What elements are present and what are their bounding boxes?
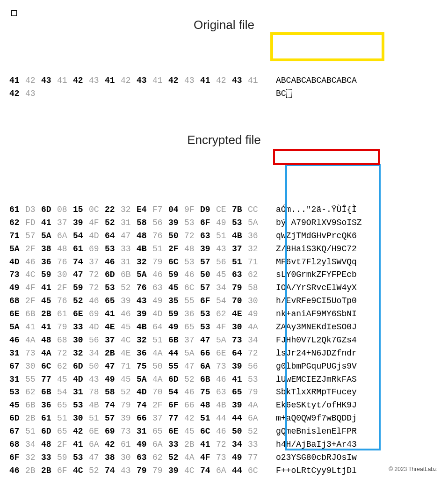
hex-byte: 55: [25, 373, 41, 386]
hex-byte: 4F: [216, 321, 232, 334]
hex-byte: 33: [248, 438, 264, 451]
hex-byte: 41: [9, 74, 25, 87]
hex-byte: 37: [105, 334, 121, 347]
hex-byte: 41: [25, 321, 41, 334]
hex-byte: 50: [200, 269, 216, 282]
hex-byte: 71: [9, 230, 25, 243]
hex-byte: 6C: [248, 464, 264, 478]
hex-byte: 2B: [184, 438, 200, 451]
hex-byte: 53: [9, 386, 25, 399]
hex-byte: 42: [168, 74, 184, 87]
hex-byte: 45: [121, 321, 137, 334]
hex-byte: 52: [248, 425, 264, 438]
hex-byte: 61: [41, 412, 57, 425]
hex-byte: 70: [152, 386, 168, 399]
hex-byte: 4D: [89, 321, 105, 334]
hex-byte: 4D: [9, 256, 25, 269]
hex-byte: F7: [152, 203, 168, 217]
hex-byte: 65: [232, 386, 248, 399]
hex-byte: 46: [184, 269, 200, 282]
hex-byte: 45: [184, 425, 200, 438]
hex-byte: 79: [152, 256, 168, 269]
hex-byte: 4A: [25, 334, 41, 347]
hex-byte: 51: [152, 334, 168, 347]
hex-byte: 77: [168, 412, 184, 425]
hex-byte: 36: [184, 308, 200, 321]
highlight-plain-data: [270, 32, 384, 61]
hex-byte: 71: [248, 256, 264, 269]
hex-byte: 4C: [121, 334, 137, 347]
hex-byte: FD: [25, 217, 41, 230]
hex-byte: 68: [9, 438, 25, 451]
hex-byte: 41: [73, 438, 89, 451]
hex-byte: 4F: [200, 451, 216, 464]
hex-byte: 37: [57, 217, 73, 230]
hex-byte: 74: [105, 464, 121, 478]
hex-byte: 2F: [57, 282, 73, 295]
hex-byte: 6E: [9, 308, 25, 321]
hex-byte: 79: [121, 399, 137, 412]
hex-byte: 4D: [73, 373, 89, 386]
hex-byte: 4A: [184, 451, 200, 464]
ascii-text: g0lbmPGquPUGjs9V: [271, 360, 357, 373]
hex-byte: 32: [248, 243, 264, 256]
hex-byte: 31: [9, 373, 25, 386]
hex-byte: 77: [41, 373, 57, 386]
hex-byte: 6D: [105, 269, 121, 282]
hex-byte: 47: [89, 451, 105, 464]
hex-byte: 45: [41, 295, 57, 308]
hex-byte: 61: [9, 203, 25, 217]
hex-byte: 49: [9, 282, 25, 295]
hex-byte: 50: [152, 360, 168, 373]
hex-byte: 4C: [25, 269, 41, 282]
hex-byte: 54: [168, 386, 184, 399]
hex-byte: 79: [248, 386, 264, 399]
hex-byte: 37: [152, 412, 168, 425]
hex-byte: 47: [105, 360, 121, 373]
hex-byte: 54: [57, 386, 73, 399]
hex-byte: 35: [168, 295, 184, 308]
hex-byte: 49: [216, 217, 232, 230]
hex-byte: 46: [9, 464, 25, 478]
hex-byte: 31: [73, 386, 89, 399]
hex-byte: 32: [137, 334, 152, 347]
hex-byte: 51: [232, 256, 248, 269]
hex-byte: 73: [25, 347, 41, 360]
hex-byte: 6B: [121, 269, 137, 282]
hex-byte: 4B: [216, 399, 232, 412]
hex-byte: 5A: [184, 347, 200, 360]
hex-byte: 72: [57, 347, 73, 360]
hex-byte: 62: [57, 360, 73, 373]
hex-byte: 36: [41, 256, 57, 269]
hex-byte: 5A: [248, 217, 264, 230]
hex-byte: 39: [232, 399, 248, 412]
hex-byte: 44: [216, 412, 232, 425]
hex-byte: 36: [41, 399, 57, 412]
hex-byte: 6E: [168, 425, 184, 438]
hex-byte: 6B: [41, 386, 57, 399]
hex-byte: 48: [57, 243, 73, 256]
hex-byte: 63: [216, 386, 232, 399]
hex-byte: 6B: [25, 308, 41, 321]
hex-byte: 52: [184, 373, 200, 386]
ascii-text: ABCABCABCABCABCA: [271, 74, 357, 87]
hex-byte: 72: [89, 269, 105, 282]
hex-byte: 51: [25, 425, 41, 438]
hex-byte: 4B: [232, 230, 248, 243]
hex-byte: 46: [216, 373, 232, 386]
hex-byte: 43: [232, 74, 248, 87]
hex-byte: 67: [9, 360, 25, 373]
hex-byte: 30: [248, 295, 264, 308]
hex-byte: 48: [41, 438, 57, 451]
hex-byte: 68: [9, 295, 25, 308]
hex-byte: 51: [152, 243, 168, 256]
hex-byte: 77: [248, 451, 264, 464]
hex-byte: 42: [73, 425, 89, 438]
hex-byte: 74: [200, 464, 216, 478]
hex-byte: 76: [57, 256, 73, 269]
hex-byte: 55: [184, 295, 200, 308]
hex-byte: 74: [105, 399, 121, 412]
hex-byte: 71: [121, 360, 137, 373]
hex-byte: 48: [137, 230, 152, 243]
ascii-text: F++oLRtCyy9LtjDl: [271, 464, 357, 478]
